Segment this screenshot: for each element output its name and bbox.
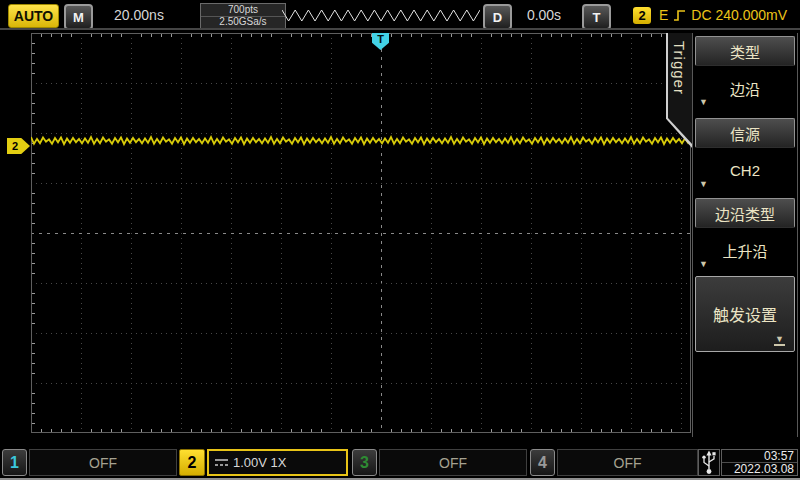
acquisition-mode-button[interactable]: AUTO xyxy=(8,4,59,28)
delay-value: 0.00s xyxy=(515,7,573,23)
dc-coupling-icon xyxy=(214,457,229,468)
menu-item-type[interactable]: 类型 xyxy=(695,36,795,66)
timebase-value: 20.00ns xyxy=(103,7,175,23)
channel2-level-marker[interactable]: 2 xyxy=(7,138,30,154)
channel1-button[interactable]: 1 xyxy=(2,449,27,476)
channel2-scale: 1.00V 1X xyxy=(233,455,287,470)
channel1-status[interactable]: OFF xyxy=(29,449,177,476)
trigger-tab-label: Trigger xyxy=(671,41,688,95)
oscilloscope-screen: AUTO M 20.00ns 700pts 2.50GSa/s D 0.00s … xyxy=(0,0,800,480)
soft-menu-panel: 类型 边沿 ▼ 信源 CH2 ▼ 边沿类型 上升沿 ▼ 触发设置 ▼ xyxy=(692,33,798,437)
date-value: 2022.03.08 xyxy=(722,463,797,475)
top-status-bar: AUTO M 20.00ns 700pts 2.50GSa/s D 0.00s … xyxy=(0,0,800,28)
menu-value-ch2-label: CH2 xyxy=(730,162,760,179)
timebase-m-button[interactable]: M xyxy=(64,4,93,30)
sample-rate: 2.50GSa/s xyxy=(201,17,285,29)
acquisition-info-box: 700pts 2.50GSa/s xyxy=(200,3,286,29)
clock: 03:57 2022.03.08 xyxy=(721,449,798,476)
trigger-source-badge: 2 xyxy=(633,7,651,24)
usb-icon xyxy=(701,450,717,475)
trigger-detail: DC 240.000mV xyxy=(691,7,787,23)
waveform-preview-icon xyxy=(282,4,480,26)
trigger-mode: E xyxy=(659,7,668,23)
trigger-info: E DC 240.000mV xyxy=(659,6,787,24)
channel2-status[interactable]: 1.00V 1X xyxy=(207,449,348,476)
menu-value-rising-edge[interactable]: 上升沿 ▼ xyxy=(695,228,795,272)
usb-indicator xyxy=(698,449,720,476)
memory-depth: 700pts xyxy=(201,4,285,17)
menu-item-trigger-settings[interactable]: 触发设置 ▼ xyxy=(695,276,795,352)
chevron-down-more-icon: ▼ xyxy=(774,335,785,346)
waveform-display: T 2 Trigger 类型 边沿 ▼ 信源 CH2 ▼ 边沿类型 上升沿 ▼ xyxy=(0,30,800,445)
menu-trigger-settings-label: 触发设置 xyxy=(713,302,777,326)
trigger-t-button[interactable]: T xyxy=(582,4,611,30)
menu-value-rising-edge-label: 上升沿 xyxy=(722,240,767,261)
channel2-button[interactable]: 2 xyxy=(179,449,205,476)
rising-edge-icon xyxy=(673,8,686,23)
menu-value-ch2[interactable]: CH2 ▼ xyxy=(695,148,795,192)
channel3-status[interactable]: OFF xyxy=(379,449,527,476)
menu-item-edge-type[interactable]: 边沿类型 xyxy=(695,198,795,228)
channel4-status[interactable]: OFF xyxy=(557,449,698,476)
bottom-status-bar: 1 OFF 2 1.00V 1X 3 OFF 4 OFF xyxy=(0,446,800,478)
chevron-down-icon: ▼ xyxy=(699,97,708,107)
channel3-button[interactable]: 3 xyxy=(352,449,377,476)
channel4-button[interactable]: 4 xyxy=(530,449,555,476)
menu-value-edge[interactable]: 边沿 ▼ xyxy=(695,66,795,110)
chevron-down-icon: ▼ xyxy=(699,179,708,189)
chevron-down-icon: ▼ xyxy=(699,259,708,269)
menu-value-edge-label: 边沿 xyxy=(730,78,760,99)
graticule-grid xyxy=(31,33,691,433)
delay-d-button[interactable]: D xyxy=(483,4,512,30)
menu-item-source[interactable]: 信源 xyxy=(695,118,795,148)
